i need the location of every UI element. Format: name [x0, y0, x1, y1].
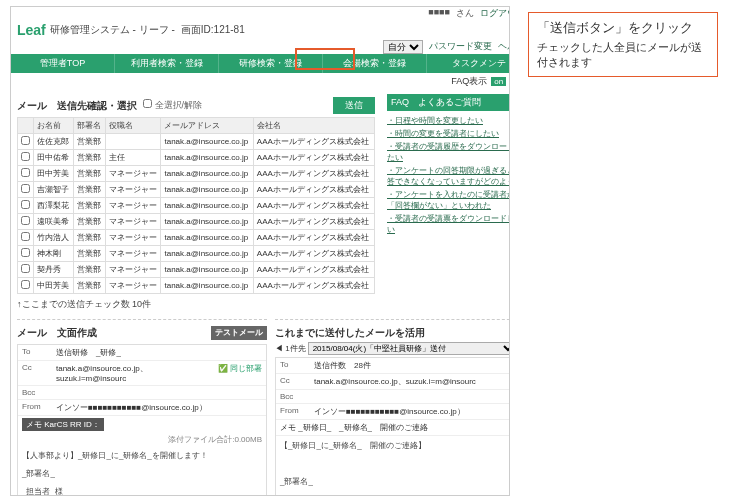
- mail-body-right: 【_研修日_に_研修名_ 開催のご連絡】 _部署名__担当者_様 いつも大変お世…: [276, 436, 510, 496]
- user-suffix: さん: [456, 7, 474, 20]
- row-checkbox[interactable]: [21, 264, 30, 273]
- history-prev[interactable]: ◀ 1件先: [275, 343, 306, 354]
- faq-link[interactable]: ・アンケートの回答期限が過ぎると回答できなくなっていますがどのように: [387, 166, 510, 186]
- attach-size: 添付ファイル合計:0.00MB: [18, 433, 266, 446]
- table-header: 部署名: [73, 118, 105, 134]
- logo: Leaf: [17, 22, 46, 38]
- table-row: 神木剛営業部マネージャーtanak.a@insource.co.jpAAAホール…: [18, 246, 375, 262]
- system-name: 研修管理システム - リーフ -: [50, 23, 175, 37]
- mail-body-left[interactable]: 【人事部より】_研修日_に_研修名_を開催します！_部署名__担当者_様 いつも…: [18, 446, 266, 496]
- nav-venue-search[interactable]: 会場検索・登録: [323, 54, 427, 73]
- help-link[interactable]: ヘルプ: [498, 40, 510, 54]
- table-row: 契丹秀営業部マネージャーtanak.a@insource.co.jpAAAホール…: [18, 262, 375, 278]
- faq-toggle-on[interactable]: on: [491, 77, 506, 86]
- pw-change-link[interactable]: パスワード変更: [429, 40, 492, 54]
- table-header: お名前: [34, 118, 74, 134]
- recipients-title: メール 送信先確認・選択: [17, 99, 137, 113]
- right-cc: tanak.a@insource.co.jp、suzuk.i=m@insourc: [314, 376, 510, 387]
- table-header: 会社名: [253, 118, 374, 134]
- memo-badge[interactable]: メモ KarCS RR ID：: [22, 418, 104, 431]
- row-checkbox[interactable]: [21, 184, 30, 193]
- table-row: 佐佐克郎営業部tanak.a@insource.co.jpAAAホールディングス…: [18, 134, 375, 150]
- table-header: [18, 118, 34, 134]
- faq-link[interactable]: ・時間の変更を受講者にしたい: [387, 129, 499, 138]
- faq-display-label: FAQ表示: [451, 75, 487, 88]
- compose-panel-left: To送信研修 _研修_ Cctanak.a@insource.co.jp、suz…: [17, 344, 267, 496]
- faq-link[interactable]: ・アンケートを入れたのに受講者から「回答欄がない」といわれた: [387, 190, 510, 210]
- table-row: 田中佑希営業部主任tanak.a@insource.co.jpAAAホールディン…: [18, 150, 375, 166]
- callout-title: 「送信ボタン」をクリック: [537, 19, 709, 37]
- annotation-callout: 「送信ボタン」をクリック チェックした人全員にメールが送付されます: [528, 12, 718, 77]
- nav-task-maint[interactable]: タスクメンテ: [427, 54, 510, 73]
- test-mail-button[interactable]: テストメール: [211, 326, 267, 340]
- row-checkbox[interactable]: [21, 232, 30, 241]
- check-count: ↑ここまでの送信チェック数 10件: [17, 294, 375, 315]
- row-checkbox[interactable]: [21, 152, 30, 161]
- faq-link[interactable]: ・受講者の受講履歴をダウンロードしたい: [387, 142, 510, 162]
- send-button[interactable]: 送信: [333, 97, 375, 114]
- history-select[interactable]: 2015/08/04(火)「中堅社員研修」送付: [308, 342, 510, 355]
- recipients-table: お名前部署名役職名メールアドレス会社名 佐佐克郎営業部tanak.a@insou…: [17, 117, 375, 294]
- row-checkbox[interactable]: [21, 280, 30, 289]
- left-to: 送信研修 _研修_: [56, 347, 262, 358]
- reuse-title: これまでに送付したメールを活用: [275, 326, 425, 340]
- same-dept-check[interactable]: ✅ 同じ部署: [218, 363, 262, 383]
- left-cc[interactable]: tanak.a@insource.co.jp、suzuk.i=m@insourc: [56, 363, 214, 383]
- scope-select[interactable]: 自分: [383, 40, 423, 54]
- nav-admin-top[interactable]: 管理者TOP: [11, 54, 115, 73]
- nav-user-search[interactable]: 利用者検索・登録: [115, 54, 219, 73]
- table-header: メールアドレス: [161, 118, 253, 134]
- faq-link[interactable]: ・受講者の受講票をダウンロードしたい: [387, 214, 510, 234]
- table-row: 西澤梨花営業部マネージャーtanak.a@insource.co.jpAAAホー…: [18, 198, 375, 214]
- row-checkbox[interactable]: [21, 200, 30, 209]
- nav-training-search[interactable]: 研修検索・登録: [219, 54, 323, 73]
- compose-panel-right: To送信件数 28件 Cctanak.a@insource.co.jp、suzu…: [275, 357, 510, 496]
- faq-link[interactable]: ・日程や時間を変更したい: [387, 116, 483, 125]
- screen-id: 画面ID:121-81: [181, 23, 245, 37]
- faq-list: ・日程や時間を変更したい・時間の変更を受講者にしたい・受講者の受講履歴をダウンロ…: [387, 114, 510, 236]
- app-window: ■■■■さん ログアウト Leaf 研修管理システム - リーフ - 画面ID:…: [10, 6, 510, 496]
- table-header: 役職名: [105, 118, 161, 134]
- left-from: インソー■■■■■■■■■■■@insource.co.jp）: [56, 402, 262, 413]
- faq-header: FAQ よくあるご質問: [387, 94, 510, 111]
- user-name: ■■■■: [428, 7, 450, 20]
- table-row: 吉瀬智子営業部マネージャーtanak.a@insource.co.jpAAAホー…: [18, 182, 375, 198]
- callout-desc: チェックした人全員にメールが送付されます: [537, 40, 709, 70]
- table-row: 田中芳美営業部マネージャーtanak.a@insource.co.jpAAAホー…: [18, 166, 375, 182]
- row-checkbox[interactable]: [21, 216, 30, 225]
- row-checkbox[interactable]: [21, 248, 30, 257]
- row-checkbox[interactable]: [21, 136, 30, 145]
- select-all[interactable]: 全選択/解除: [143, 99, 202, 112]
- table-row: 中田芳美営業部マネージャーtanak.a@insource.co.jpAAAホー…: [18, 278, 375, 294]
- table-row: 竹内浩人営業部マネージャーtanak.a@insource.co.jpAAAホー…: [18, 230, 375, 246]
- row-checkbox[interactable]: [21, 168, 30, 177]
- right-from: インソー■■■■■■■■■■■@insource.co.jp）: [314, 406, 510, 417]
- right-memo: メモ _研修日_ _研修名_ 開催のご連絡: [280, 422, 510, 433]
- main-nav: 管理者TOP 利用者検索・登録 研修検索・登録 会場検索・登録 タスクメンテ: [11, 54, 510, 73]
- logout-link[interactable]: ログアウト: [480, 7, 510, 20]
- compose-title: メール 文面作成: [17, 326, 97, 340]
- right-to: 送信件数 28件: [314, 360, 510, 371]
- table-row: 遠咲美希営業部マネージャーtanak.a@insource.co.jpAAAホー…: [18, 214, 375, 230]
